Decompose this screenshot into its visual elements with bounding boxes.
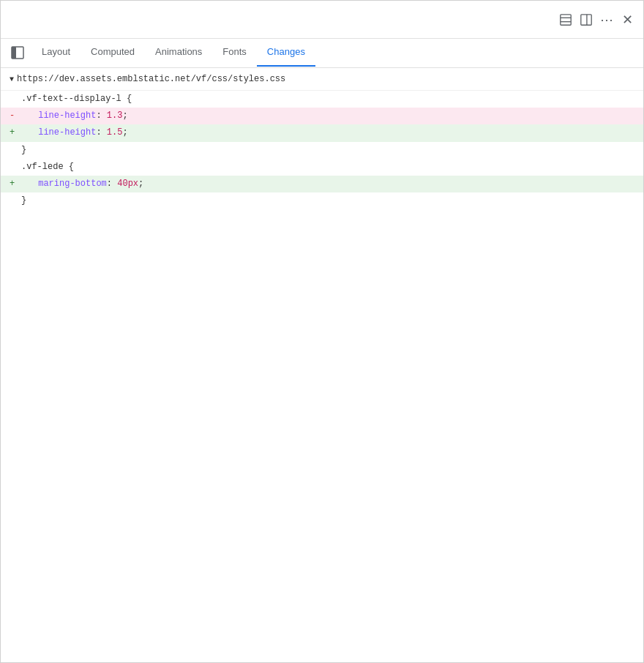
devtools-panel: ⋯ ✕ Layout Computed Animations Fonts Cha… — [0, 0, 644, 663]
tab-animations[interactable]: Animations — [145, 40, 212, 66]
prop-value-removed-1: 1.3 — [107, 110, 123, 121]
removed-line-1: - line-height: 1.3; — [1, 108, 643, 124]
file-url-row: ▼ https://dev.assets.emblstatic.net/vf/c… — [1, 68, 643, 91]
dock-side-icon[interactable] — [579, 12, 594, 27]
added-line-1: + line-height: 1.5; — [1, 124, 643, 141]
toolbar: ⋯ ✕ — [1, 1, 643, 39]
css-block-2: .vf-lede { + maring-bottom: 40px; } — [1, 159, 643, 210]
selector-text-1: .vf-text--display-l { — [21, 92, 634, 106]
plus-sign-2: + — [10, 177, 21, 191]
css-block-1: .vf-text--display-l { - line-height: 1.3… — [1, 91, 643, 159]
prop-value-added-2: 40px — [117, 179, 138, 189]
added-line-2: + maring-bottom: 40px; — [1, 176, 643, 192]
selector-line-1: .vf-text--display-l { — [1, 91, 643, 108]
close-icon[interactable]: ✕ — [620, 12, 634, 27]
prop-value-added-1: 1.5 — [107, 127, 123, 138]
prop-name-added-1: line-height — [38, 127, 96, 138]
selector-text-2: .vf-lede { — [21, 160, 634, 174]
plus-sign-1: + — [10, 126, 21, 140]
file-url-text: https://dev.assets.emblstatic.net/vf/css… — [17, 74, 285, 84]
tab-layout[interactable]: Layout — [31, 40, 80, 66]
tab-fonts[interactable]: Fonts — [212, 40, 257, 66]
collapse-triangle[interactable]: ▼ — [10, 75, 14, 83]
tab-bar: Layout Computed Animations Fonts Changes — [1, 39, 643, 68]
prop-name-added-2: maring-bottom — [38, 179, 107, 189]
tab-inspector[interactable] — [4, 40, 31, 67]
close-brace-2: } — [1, 192, 643, 209]
prop-name-removed-1: line-height — [38, 110, 96, 121]
selector-line-2: .vf-lede { — [1, 159, 643, 176]
svg-rect-0 — [561, 14, 571, 24]
minus-sign-1: - — [10, 109, 21, 123]
tab-changes[interactable]: Changes — [257, 40, 315, 66]
content-area: ▼ https://dev.assets.emblstatic.net/vf/c… — [1, 68, 643, 662]
tab-computed[interactable]: Computed — [80, 40, 145, 66]
svg-rect-6 — [12, 47, 16, 59]
close-brace-1: } — [1, 142, 643, 159]
more-options-icon[interactable]: ⋯ — [599, 12, 614, 27]
dock-bottom-icon[interactable] — [558, 12, 573, 27]
svg-rect-3 — [581, 14, 591, 24]
